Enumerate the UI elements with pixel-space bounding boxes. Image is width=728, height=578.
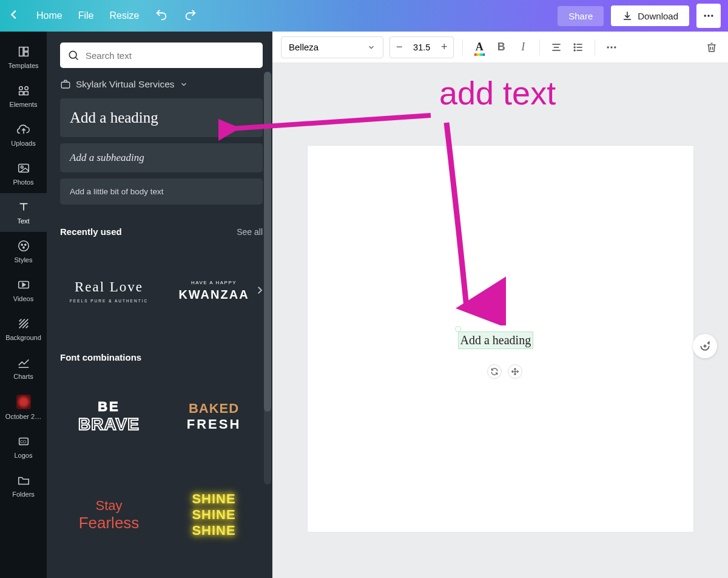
- undo-icon[interactable]: [155, 8, 168, 24]
- svg-rect-23: [61, 82, 70, 88]
- svg-line-40: [231, 115, 431, 129]
- see-all-link[interactable]: See all: [237, 227, 263, 237]
- svg-point-21: [69, 51, 76, 58]
- search-input[interactable]: [86, 50, 255, 61]
- rail-charts[interactable]: Charts: [0, 348, 47, 387]
- redo-icon[interactable]: [184, 8, 197, 24]
- template-be-brave[interactable]: BE BRAVE: [60, 371, 158, 462]
- italic-button[interactable]: I: [515, 39, 531, 55]
- logos-icon: CO.: [17, 435, 30, 448]
- font-size-decrease[interactable]: −: [390, 41, 408, 53]
- brand-kit-dropdown[interactable]: Skylark Virtual Services: [60, 79, 263, 90]
- styles-icon: [17, 239, 30, 253]
- template-text: SHINE: [192, 523, 235, 539]
- templates-icon: [17, 45, 30, 58]
- template-text: BAKED: [189, 401, 239, 416]
- template-text: BRAVE: [78, 415, 140, 434]
- canvas-text-element[interactable]: Add a heading: [458, 332, 534, 349]
- svg-point-2: [711, 15, 713, 16]
- rail-label: Text: [17, 217, 29, 225]
- add-subheading-button[interactable]: Add a subheading: [60, 143, 263, 172]
- briefcase-icon: [60, 79, 71, 90]
- add-page-button[interactable]: [693, 334, 717, 358]
- template-real-love[interactable]: Real Love FEELS PURE & AUTHENTIC: [60, 245, 158, 336]
- svg-marker-18: [22, 283, 25, 287]
- rail-folders[interactable]: Folders: [0, 466, 47, 505]
- rail-label: October 2…: [5, 413, 41, 420]
- recently-used-title: Recently used: [60, 226, 122, 237]
- add-body-button[interactable]: Add a little bit of body text: [60, 178, 263, 205]
- font-size-input[interactable]: [408, 42, 435, 52]
- rail-logos[interactable]: CO. Logos: [0, 427, 47, 466]
- divider: [462, 39, 463, 55]
- chevron-down-icon: [367, 43, 376, 52]
- template-shine[interactable]: SHINE SHINE SHINE: [165, 469, 263, 560]
- trash-icon: [706, 41, 718, 53]
- rail-styles[interactable]: Styles: [0, 232, 47, 271]
- resize-button[interactable]: Resize: [109, 10, 139, 21]
- svg-point-12: [21, 166, 23, 168]
- alignment-button[interactable]: [548, 39, 564, 55]
- top-bar: Home File Resize Share Download: [0, 0, 728, 32]
- svg-point-35: [614, 46, 616, 48]
- back-icon[interactable]: [7, 8, 21, 24]
- svg-point-29: [575, 47, 576, 48]
- uploads-icon: [17, 123, 30, 136]
- rail-elements[interactable]: Elements: [0, 76, 47, 115]
- template-stay-fearless[interactable]: Stay Fearless: [60, 469, 158, 560]
- text-color-button[interactable]: A: [471, 39, 487, 55]
- rail-label: Logos: [15, 452, 33, 459]
- svg-text:CO.: CO.: [20, 440, 27, 444]
- rail-templates[interactable]: Templates: [0, 38, 47, 76]
- template-text: BE: [98, 399, 120, 415]
- rail-label: Background: [5, 334, 41, 341]
- svg-point-7: [24, 87, 28, 90]
- list-button[interactable]: [570, 39, 586, 55]
- template-kwanzaa[interactable]: HAVE A HAPPY KWANZAA: [165, 245, 263, 336]
- more-button[interactable]: [696, 4, 721, 28]
- font-size-group: − +: [389, 36, 454, 58]
- svg-point-31: [575, 50, 576, 51]
- rail-uploads[interactable]: Uploads: [0, 115, 47, 154]
- svg-rect-8: [19, 92, 22, 95]
- elements-icon: [17, 84, 30, 97]
- rail-label: Charts: [13, 373, 33, 380]
- font-size-increase[interactable]: +: [435, 41, 453, 53]
- download-icon: [622, 10, 633, 21]
- template-text: Fearless: [79, 514, 140, 532]
- background-icon: [17, 317, 30, 330]
- svg-point-33: [607, 46, 609, 48]
- font-select[interactable]: Belleza: [281, 36, 383, 58]
- svg-rect-4: [24, 47, 27, 51]
- rail-background[interactable]: Background: [0, 310, 47, 348]
- delete-button[interactable]: [704, 39, 720, 55]
- toolbar-more-button[interactable]: [604, 39, 619, 55]
- home-button[interactable]: Home: [36, 10, 62, 21]
- svg-point-6: [19, 87, 22, 90]
- font-name-label: Belleza: [289, 42, 318, 52]
- rail-photos[interactable]: Photos: [0, 154, 47, 193]
- share-button[interactable]: Share: [558, 6, 604, 26]
- move-button[interactable]: [508, 364, 522, 379]
- annotation-text: add text: [439, 74, 556, 112]
- download-button[interactable]: Download: [611, 5, 689, 26]
- file-button[interactable]: File: [78, 10, 94, 21]
- svg-point-16: [22, 247, 24, 248]
- rail-label: Uploads: [11, 140, 35, 147]
- template-text: HAVE A HAPPY: [191, 280, 237, 285]
- charts-icon: [17, 356, 30, 369]
- template-text: Stay: [95, 498, 122, 514]
- template-baked-fresh[interactable]: BAKED FRESH: [165, 371, 263, 462]
- rail-videos[interactable]: Videos: [0, 271, 47, 310]
- annotation-arrow-down: [439, 119, 506, 325]
- sync-button[interactable]: [487, 364, 502, 379]
- rail-label: Folders: [12, 491, 35, 498]
- rail-text[interactable]: Text: [0, 193, 47, 232]
- rail-label: Photos: [13, 178, 33, 186]
- rail-custom-folder[interactable]: October 2…: [0, 387, 47, 427]
- search-box[interactable]: [60, 42, 263, 68]
- folder-thumb-icon: [16, 395, 31, 409]
- svg-point-13: [18, 241, 29, 251]
- bold-button[interactable]: B: [493, 39, 509, 55]
- rail-label: Elements: [10, 101, 38, 108]
